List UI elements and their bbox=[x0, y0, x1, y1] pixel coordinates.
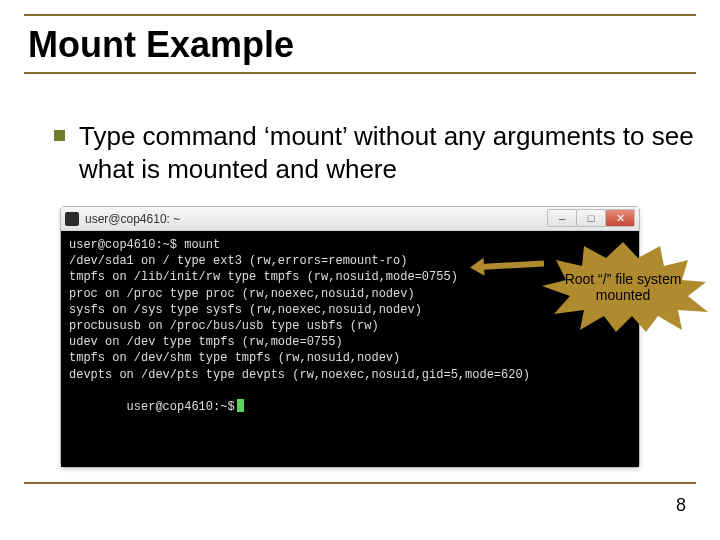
arrow-head bbox=[470, 258, 485, 277]
title-rule-top bbox=[24, 14, 696, 16]
terminal-line: udev on /dev type tmpfs (rw,mode=0755) bbox=[69, 334, 631, 350]
terminal-line: tmpfs on /dev/shm type tmpfs (rw,nosuid,… bbox=[69, 350, 631, 366]
arrow-shaft bbox=[480, 261, 544, 270]
terminal-prompt: user@cop4610:~$ bbox=[127, 400, 235, 414]
callout-line-1: Root “/” file system bbox=[565, 271, 682, 287]
maximize-icon: □ bbox=[588, 212, 595, 224]
window-titlebar[interactable]: user@cop4610: ~ – □ ✕ bbox=[61, 207, 639, 231]
minimize-icon: – bbox=[559, 212, 565, 224]
callout-text: Root “/” file system mounted bbox=[547, 271, 700, 303]
callout-starburst: Root “/” file system mounted bbox=[538, 242, 708, 332]
footer-rule bbox=[24, 482, 696, 484]
close-icon: ✕ bbox=[616, 212, 625, 225]
slide: Mount Example Type command ‘mount’ witho… bbox=[0, 0, 720, 540]
callout-line-2: mounted bbox=[596, 287, 650, 303]
bullet-item: Type command ‘mount’ without any argumen… bbox=[54, 120, 696, 185]
page-number: 8 bbox=[676, 495, 686, 516]
terminal-line: devpts on /dev/pts type devpts (rw,noexe… bbox=[69, 367, 631, 383]
window-title: user@cop4610: ~ bbox=[85, 212, 180, 226]
close-button[interactable]: ✕ bbox=[605, 209, 635, 227]
body-area: Type command ‘mount’ without any argumen… bbox=[54, 120, 696, 185]
bullet-text: Type command ‘mount’ without any argumen… bbox=[79, 120, 696, 185]
minimize-button[interactable]: – bbox=[547, 209, 577, 227]
bullet-icon bbox=[54, 130, 65, 141]
cursor-icon bbox=[237, 399, 244, 412]
terminal-app-icon bbox=[65, 212, 79, 226]
title-rule-bottom bbox=[24, 72, 696, 74]
slide-title: Mount Example bbox=[28, 24, 294, 66]
maximize-button[interactable]: □ bbox=[576, 209, 606, 227]
terminal-prompt-line: user@cop4610:~$ bbox=[69, 383, 631, 432]
window-controls: – □ ✕ bbox=[547, 209, 635, 227]
